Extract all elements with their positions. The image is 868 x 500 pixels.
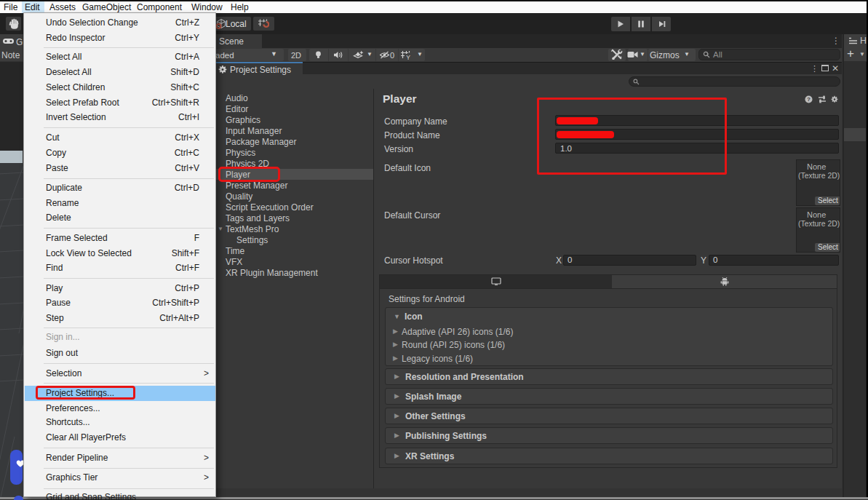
svg-text:Y: Y (406, 54, 410, 60)
svg-text:?: ? (807, 96, 811, 103)
